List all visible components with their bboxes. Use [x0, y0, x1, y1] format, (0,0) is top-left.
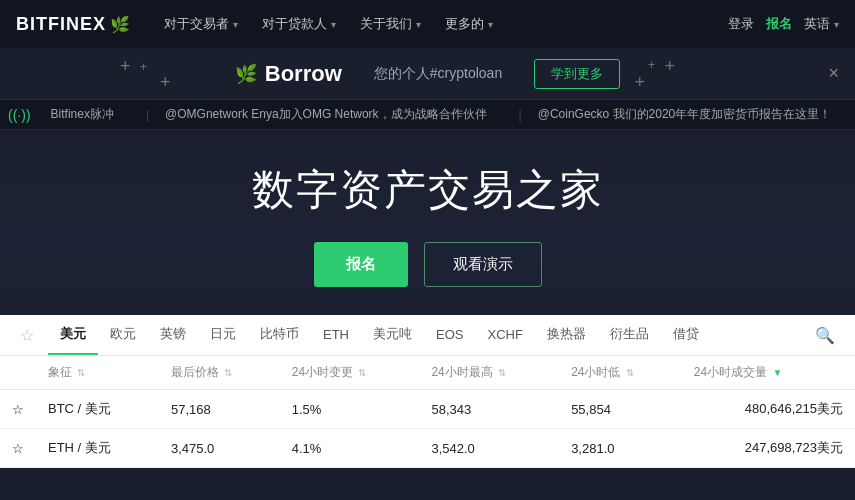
language-selector[interactable]: 英语 ▾	[804, 15, 839, 33]
tab-usd[interactable]: 美元	[48, 315, 98, 355]
sort-icon: ⇅	[626, 367, 634, 378]
logo-leaf-icon: 🌿	[110, 15, 130, 34]
sort-icon: ⇅	[498, 367, 506, 378]
high-header[interactable]: 24小时最高 ⇅	[419, 356, 559, 390]
chevron-down-icon: ▾	[331, 19, 336, 30]
register-cta-button[interactable]: 报名	[314, 242, 408, 287]
market-tabs: ☆ 美元 欧元 英镑 日元 比特币 ETH 美元吨 EOS XCHF 换热器 衍…	[0, 315, 855, 356]
market-table-section: ☆ 美元 欧元 英镑 日元 比特币 ETH 美元吨 EOS XCHF 换热器 衍…	[0, 315, 855, 468]
nav-right: 登录 报名 英语 ▾	[728, 15, 839, 33]
decorative-plus: +	[140, 60, 147, 74]
table-row[interactable]: ☆ BTC / 美元 57,168 1.5% 58,343 55,854 480…	[0, 390, 855, 429]
low-cell: 3,281.0	[559, 429, 682, 468]
ticker-item: @CoinGecko 我们的2020年年度加密货币报告在这里！	[538, 106, 848, 123]
demo-button[interactable]: 观看演示	[424, 242, 542, 287]
banner-cta-button[interactable]: 学到更多	[534, 59, 620, 89]
register-button[interactable]: 报名	[766, 15, 792, 33]
banner-subtitle: 您的个人#cryptoloan	[374, 65, 502, 83]
chevron-down-icon: ▾	[834, 19, 839, 30]
tab-usdt[interactable]: 美元吨	[361, 315, 424, 355]
tab-derivatives[interactable]: 换热器	[535, 315, 598, 355]
low-header[interactable]: 24小时低 ⇅	[559, 356, 682, 390]
banner-borrow-label: 🌿 Borrow	[235, 61, 342, 87]
change-header[interactable]: 24小时变更 ⇅	[280, 356, 420, 390]
symbol-cell: BTC / 美元	[36, 390, 159, 429]
tab-eos[interactable]: EOS	[424, 317, 475, 354]
volume-header[interactable]: 24小时成交量 ▼	[682, 356, 855, 390]
navbar: BITFINEX 🌿 对于交易者 ▾ 对于贷款人 ▾ 关于我们 ▾ 更多的 ▾ …	[0, 0, 855, 48]
login-button[interactable]: 登录	[728, 15, 754, 33]
sort-icon: ⇅	[224, 367, 232, 378]
nav-item-lenders[interactable]: 对于贷款人 ▾	[252, 9, 346, 39]
star-header	[0, 356, 36, 390]
sort-icon: ⇅	[358, 367, 366, 378]
price-header[interactable]: 最后价格 ⇅	[159, 356, 280, 390]
high-cell: 58,343	[419, 390, 559, 429]
hero-buttons: 报名 观看演示	[314, 242, 542, 287]
nav-items: 对于交易者 ▾ 对于贷款人 ▾ 关于我们 ▾ 更多的 ▾	[154, 9, 728, 39]
table-row[interactable]: ☆ ETH / 美元 3,475.0 4.1% 3,542.0 3,281.0 …	[0, 429, 855, 468]
decorative-plus: +	[634, 72, 645, 93]
news-ticker: ((·)) Bitfinex脉冲 | @OMGnetwork Enya加入OMG…	[0, 100, 855, 130]
ticker-item: Bitfinex脉冲	[51, 106, 130, 123]
promo-banner: + + + + + + 🌿 Borrow 您的个人#cryptoloan 学到更…	[0, 48, 855, 100]
tab-btc[interactable]: 比特币	[248, 315, 311, 355]
decorative-plus: +	[648, 58, 655, 72]
chevron-down-icon: ▾	[233, 19, 238, 30]
tab-xchf[interactable]: XCHF	[475, 317, 534, 354]
market-data-table: 象征 ⇅ 最后价格 ⇅ 24小时变更 ⇅ 24小时最高 ⇅ 24小时低 ⇅	[0, 356, 855, 468]
tab-eur[interactable]: 欧元	[98, 315, 148, 355]
close-icon[interactable]: ×	[828, 63, 839, 84]
sort-icon: ⇅	[77, 367, 85, 378]
change-cell: 4.1%	[280, 429, 420, 468]
pulse-icon: ((·))	[8, 107, 31, 123]
favorites-tab-icon[interactable]: ☆	[16, 316, 48, 355]
tab-derivatives2[interactable]: 衍生品	[598, 315, 661, 355]
tab-eth[interactable]: ETH	[311, 317, 361, 354]
decorative-plus: +	[120, 56, 131, 77]
hero-title: 数字资产交易之家	[252, 162, 604, 218]
chevron-down-icon: ▾	[488, 19, 493, 30]
logo[interactable]: BITFINEX 🌿	[16, 14, 130, 35]
search-icon[interactable]: 🔍	[811, 316, 839, 355]
price-cell: 3,475.0	[159, 429, 280, 468]
favorite-star[interactable]: ☆	[0, 429, 36, 468]
leaf-icon: 🌿	[235, 63, 257, 85]
volume-cell: 247,698,723美元	[682, 429, 855, 468]
volume-cell: 480,646,215美元	[682, 390, 855, 429]
tab-gbp[interactable]: 英镑	[148, 315, 198, 355]
ticker-item: @OMGnetwork Enya加入OMG Network，成为战略合作伙伴	[165, 106, 503, 123]
tab-lending[interactable]: 借贷	[661, 315, 711, 355]
favorite-star[interactable]: ☆	[0, 390, 36, 429]
hero-section: 数字资产交易之家 报名 观看演示	[0, 130, 855, 315]
decorative-plus: +	[160, 72, 171, 93]
tab-jpy[interactable]: 日元	[198, 315, 248, 355]
symbol-header[interactable]: 象征 ⇅	[36, 356, 159, 390]
table-header-row: 象征 ⇅ 最后价格 ⇅ 24小时变更 ⇅ 24小时最高 ⇅ 24小时低 ⇅	[0, 356, 855, 390]
nav-item-traders[interactable]: 对于交易者 ▾	[154, 9, 248, 39]
logo-text: BITFINEX	[16, 14, 106, 35]
low-cell: 55,854	[559, 390, 682, 429]
chevron-down-icon: ▾	[416, 19, 421, 30]
active-sort-icon: ▼	[773, 367, 783, 378]
change-cell: 1.5%	[280, 390, 420, 429]
decorative-plus: +	[664, 56, 675, 77]
price-cell: 57,168	[159, 390, 280, 429]
nav-item-about[interactable]: 关于我们 ▾	[350, 9, 431, 39]
symbol-cell: ETH / 美元	[36, 429, 159, 468]
ticker-separator: |	[146, 108, 149, 122]
ticker-separator: |	[519, 108, 522, 122]
nav-item-more[interactable]: 更多的 ▾	[435, 9, 503, 39]
high-cell: 3,542.0	[419, 429, 559, 468]
